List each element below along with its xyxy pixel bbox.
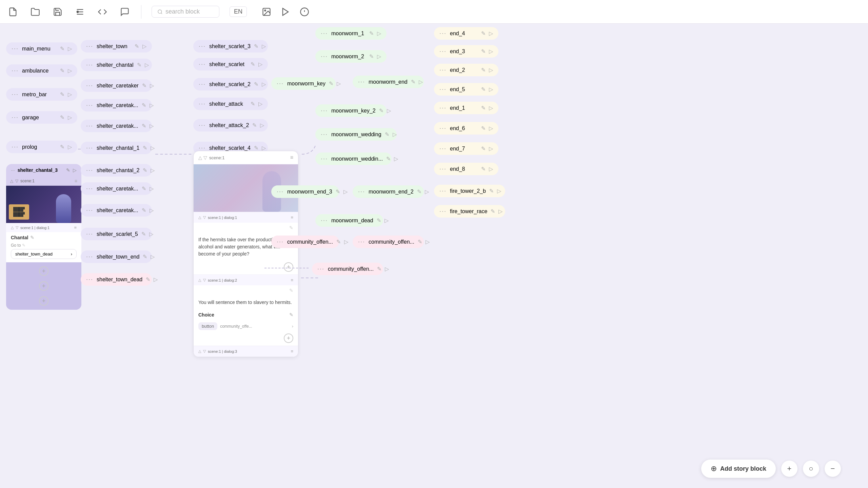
block-dots[interactable]: ··· [277, 188, 284, 195]
edit-icon[interactable]: ✎ [60, 114, 64, 121]
block-dots[interactable]: ··· [86, 122, 93, 129]
block-garage[interactable]: ··· garage ✎ ▷ [6, 111, 77, 124]
play-icon[interactable]: ▷ [394, 156, 398, 162]
block-dots[interactable]: ··· [277, 80, 284, 87]
block-dots[interactable]: ··· [199, 61, 206, 68]
menu-icon[interactable]: ≡ [291, 349, 293, 354]
block-end-3[interactable]: ··· end_3 ✎ ▷ [434, 45, 498, 58]
play-icon[interactable]: ▷ [150, 102, 154, 108]
edit-icon[interactable]: ✎ [146, 276, 150, 283]
block-dots[interactable]: ··· [321, 217, 328, 224]
play-icon[interactable]: ▷ [425, 188, 429, 195]
block-shelter-caretak4[interactable]: ··· shelter_caretak... ✎ ▷ [81, 204, 152, 217]
block-dots[interactable]: ··· [439, 30, 447, 37]
edit-icon[interactable]: ✎ [481, 86, 486, 93]
edit-icon[interactable]: ✎ [60, 67, 64, 74]
play-icon[interactable]: ▷ [489, 86, 493, 93]
nav-down-icon[interactable]: ▽ [203, 155, 207, 160]
block-shelter-scarlet-5[interactable]: ··· shelter_scarlet_5 ✎ ▷ [81, 228, 152, 240]
nav-up-icon[interactable]: △ [198, 215, 201, 220]
block-dots[interactable]: ··· [12, 67, 19, 74]
menu-icon[interactable]: ≡ [291, 278, 293, 283]
save-icon[interactable] [52, 6, 64, 18]
nav-down-icon[interactable]: ▽ [203, 215, 206, 220]
play-icon[interactable]: ▷ [387, 107, 391, 114]
play-icon[interactable]: ▷ [426, 239, 430, 245]
nav-down-icon[interactable]: ▽ [203, 349, 206, 353]
block-shelter-chantal-1[interactable]: ··· shelter_chantal_1 ✎ ▷ [81, 142, 152, 154]
nav-down-icon[interactable]: ▽ [16, 225, 18, 230]
block-metro-bar[interactable]: ··· metro_bar ✎ ▷ [6, 88, 77, 101]
block-end-5[interactable]: ··· end_5 ✎ ▷ [434, 83, 498, 96]
play-icon[interactable]: ▷ [151, 167, 155, 174]
block-dots[interactable]: ··· [86, 185, 93, 192]
block-dots[interactable]: ··· [321, 30, 328, 37]
block-dots[interactable]: ··· [199, 144, 206, 151]
play-icon[interactable]: ▷ [497, 188, 501, 194]
play-icon[interactable]: ▷ [489, 48, 493, 55]
edit-icon[interactable]: ✎ [142, 82, 146, 89]
block-dots[interactable]: ··· [439, 208, 447, 215]
menu-icon[interactable]: ≡ [75, 178, 77, 184]
play-icon[interactable]: ▷ [150, 185, 154, 192]
play-icon[interactable]: ▷ [489, 125, 493, 131]
edit-icon[interactable]: ✎ [142, 207, 146, 214]
edit-icon[interactable]: ✎ [418, 239, 422, 245]
block-fire-tower-2b[interactable]: ··· fire_tower_2_b ✎ ▷ [434, 185, 505, 197]
nav-up-icon[interactable]: △ [11, 225, 14, 230]
edit-icon[interactable]: ✎ [385, 131, 389, 138]
block-shelter-attack[interactable]: ··· shelter_attack ✎ ▷ [193, 98, 268, 110]
block-moonworm-key[interactable]: ··· moonworm_key ✎ ▷ [271, 77, 336, 90]
edit-icon[interactable]: ✎ [417, 188, 421, 195]
block-shelter-scarlet-3[interactable]: ··· shelter_scarlet_3 ✎ ▷ [193, 40, 268, 53]
block-dots[interactable]: ··· [12, 45, 19, 52]
edit-icon[interactable]: ✎ [137, 62, 141, 68]
edit-icon[interactable]: ✎ [289, 312, 293, 318]
edit-icon[interactable]: ✎ [411, 79, 415, 85]
play-icon[interactable]: ▷ [489, 30, 493, 37]
edit-icon[interactable]: ✎ [60, 91, 64, 98]
block-main-menu[interactable]: ··· main_menu ✎ ▷ [6, 42, 77, 55]
nav-up-icon[interactable]: △ [198, 155, 202, 160]
edit-icon[interactable]: ✎ [143, 145, 147, 151]
edit-icon[interactable]: ✎ [377, 217, 381, 224]
edit-icon[interactable]: ✎ [60, 144, 64, 150]
block-dots[interactable]: ··· [12, 143, 19, 150]
edit-icon[interactable]: ✎ [289, 225, 293, 230]
edit-icon[interactable]: ✎ [481, 48, 486, 55]
block-shelter-caretak1[interactable]: ··· shelter_caretak... ✎ ▷ [81, 99, 152, 111]
block-dots[interactable]: ··· [439, 86, 447, 93]
play-icon[interactable]: ▷ [419, 79, 423, 85]
block-dots[interactable]: ··· [439, 104, 447, 111]
play-icon[interactable]: ▷ [393, 131, 397, 138]
edit-icon[interactable]: ✎ [143, 253, 147, 260]
block-fire-tower-race[interactable]: ··· fire_tower_race ✎ ▷ [434, 205, 505, 218]
play-icon[interactable]: ▷ [498, 208, 502, 215]
block-dots[interactable]: ··· [12, 91, 19, 98]
block-dots[interactable]: ··· [86, 102, 93, 109]
play-icon[interactable]: ▷ [260, 122, 264, 128]
play-icon[interactable]: ▷ [262, 81, 266, 87]
play-icon[interactable]: ▷ [145, 62, 149, 68]
block-dots[interactable]: ··· [321, 155, 328, 162]
play-icon[interactable]: ▷ [385, 266, 389, 272]
edit-icon[interactable]: ✎ [135, 43, 139, 49]
block-end-4[interactable]: ··· end_4 ✎ ▷ [434, 27, 498, 40]
block-dots[interactable]: ··· [358, 238, 365, 245]
play-icon[interactable]: ▷ [489, 166, 493, 172]
edit-icon[interactable]: ✎ [22, 243, 25, 248]
search-input[interactable]: search block [152, 6, 219, 18]
block-dots[interactable]: ··· [439, 145, 447, 152]
goto-target[interactable]: shelter_town_dead › [11, 249, 77, 259]
play-icon[interactable]: ▷ [489, 67, 493, 73]
block-shelter-scarlet[interactable]: ··· shelter_scarlet ✎ ▷ [193, 58, 268, 70]
image-icon[interactable] [260, 6, 273, 18]
block-end-1[interactable]: ··· end_1 ✎ ▷ [434, 102, 498, 114]
block-ambulance[interactable]: ··· ambulance ✎ ▷ [6, 64, 77, 77]
edit-icon[interactable]: ✎ [336, 188, 340, 195]
edit-icon[interactable]: ✎ [386, 156, 391, 162]
add-dialog-button[interactable]: + [284, 262, 293, 272]
play-icon[interactable]: ▷ [150, 207, 154, 214]
nav-up-icon[interactable]: △ [198, 349, 201, 353]
edit-icon[interactable]: ✎ [254, 43, 258, 49]
